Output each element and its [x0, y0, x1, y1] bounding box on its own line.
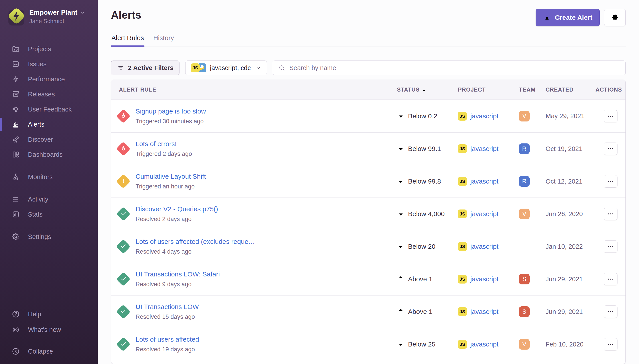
ellipsis-icon — [607, 340, 614, 348]
row-actions-button[interactable] — [604, 208, 617, 220]
sidebar-item-projects[interactable]: Projects — [0, 42, 98, 56]
column-header-project[interactable]: Project — [458, 86, 519, 93]
sidebar-item-collapse[interactable]: Collapse — [0, 344, 98, 359]
project-cell: JS javascript — [458, 307, 519, 316]
search-input[interactable] — [289, 64, 620, 72]
alert-rule-note: Resolved 9 days ago — [136, 281, 390, 288]
row-actions-button[interactable] — [604, 306, 617, 318]
row-actions-button[interactable] — [604, 110, 617, 122]
table-row: Lots of users affected (excludes reque… … — [111, 230, 625, 263]
project-link[interactable]: javascript — [470, 308, 499, 316]
alert-rule-link[interactable]: Lots of users affected — [136, 336, 199, 343]
table-body: Signup page is too slow Triggered 30 min… — [111, 100, 625, 360]
chevron-down-icon — [80, 10, 85, 15]
alert-rule-link[interactable]: UI Transactions LOW: Safari — [136, 270, 220, 278]
alert-rule-cell: Lots of errors! Triggered 2 days ago — [136, 140, 397, 158]
team-badge[interactable]: V — [519, 208, 530, 219]
team-badge[interactable]: V — [519, 339, 530, 350]
alert-rule-link[interactable]: Signup page is too slow — [136, 108, 206, 115]
column-header-team[interactable]: Team — [519, 86, 546, 93]
status-text: Above 1 — [408, 308, 432, 316]
header-actions: Create Alert — [536, 9, 626, 26]
alert-rule-link[interactable]: Lots of errors! — [136, 140, 177, 148]
row-actions-button[interactable] — [604, 273, 617, 285]
main-content: Alerts Create Alert Alert RulesHistory 2… — [98, 0, 639, 364]
row-actions-button[interactable] — [604, 142, 617, 155]
project-link[interactable]: javascript — [470, 340, 499, 348]
table-row: Lots of users affected Resolved 19 days … — [111, 328, 625, 360]
sidebar-item-performance[interactable]: Performance — [0, 72, 98, 87]
project-link[interactable]: javascript — [470, 112, 499, 120]
team-badge[interactable]: V — [519, 111, 530, 122]
project-cell: JS javascript — [458, 210, 519, 218]
alert-rule-link[interactable]: Lots of users affected (excludes reque… — [136, 238, 255, 246]
alert-rule-cell: Lots of users affected (excludes reque… … — [136, 238, 397, 255]
org-switcher[interactable]: Empower Plant Jane Schmidt — [0, 0, 98, 24]
sidebar-item-label: Help — [28, 310, 41, 318]
project-link[interactable]: javascript — [470, 178, 499, 185]
arrow-down-icon — [397, 112, 405, 120]
status-cell: Above 1 — [397, 275, 458, 284]
alert-rule-link[interactable]: UI Transactions LOW — [136, 303, 199, 310]
list-icon — [12, 195, 20, 204]
project-link[interactable]: javascript — [470, 145, 499, 152]
arrow-down-icon — [397, 177, 405, 186]
sidebar-item-activity[interactable]: Activity — [0, 192, 98, 207]
sidebar-item-label: What's new — [28, 326, 61, 334]
sidebar-item-discover[interactable]: Discover — [0, 132, 98, 147]
row-actions-button[interactable] — [604, 175, 617, 188]
sidebar-item-releases[interactable]: Releases — [0, 87, 98, 102]
sidebar-item-label: Performance — [28, 76, 65, 83]
project-link[interactable]: javascript — [470, 243, 499, 250]
tab-alert-rules[interactable]: Alert Rules — [111, 32, 144, 46]
status-text: Below 4,000 — [408, 210, 445, 218]
lightning-icon — [12, 75, 20, 83]
dashboard-icon — [12, 150, 20, 159]
ellipsis-icon — [607, 112, 614, 120]
sidebar-item-alerts[interactable]: Alerts — [0, 117, 98, 132]
sidebar-item-help[interactable]: Help — [0, 306, 98, 322]
check-icon — [120, 340, 127, 348]
sidebar-item-label: Projects — [28, 46, 51, 53]
alert-rule-link[interactable]: Cumulative Layout Shift — [136, 173, 206, 180]
alert-rule-note: Triggered 2 days ago — [136, 150, 390, 158]
alerts-settings-button[interactable] — [604, 9, 626, 26]
tab-history[interactable]: History — [153, 32, 174, 46]
sidebar-item-dashboards[interactable]: Dashboards — [0, 147, 98, 162]
sidebar-item-monitors[interactable]: Monitors — [0, 169, 98, 184]
row-actions-button[interactable] — [604, 338, 617, 350]
project-filter-dropdown[interactable]: JS javascript, cdc — [185, 60, 267, 75]
team-badge[interactable]: S — [519, 306, 530, 317]
column-header-created[interactable]: Created — [546, 86, 595, 93]
severity-diamond-icon — [116, 142, 130, 156]
created-cell: May 29, 2021 — [546, 112, 595, 120]
team-badge[interactable]: S — [519, 274, 530, 284]
sidebar-item-user-feedback[interactable]: User Feedback — [0, 102, 98, 117]
created-cell: Oct 12, 2021 — [546, 178, 595, 185]
app-window: Empower Plant Jane Schmidt ProjectsIssue… — [0, 0, 639, 364]
archive-icon — [12, 90, 20, 98]
column-header-alert-rule[interactable]: Alert Rule — [111, 86, 397, 93]
row-actions-button[interactable] — [604, 240, 617, 253]
active-filters-button[interactable]: 2 Active Filters — [111, 60, 179, 75]
status-text: Below 0.2 — [408, 112, 437, 120]
team-badge[interactable]: R — [519, 176, 530, 187]
project-link[interactable]: javascript — [470, 275, 499, 283]
arrow-up-icon — [397, 275, 405, 284]
project-cell: JS javascript — [458, 340, 519, 349]
sidebar-item-stats[interactable]: Stats — [0, 207, 98, 222]
alert-rule-cell: UI Transactions LOW Resolved 15 days ago — [136, 303, 397, 320]
create-alert-button[interactable]: Create Alert — [536, 9, 600, 26]
column-header-status[interactable]: Status — [397, 86, 458, 93]
sidebar-item-issues[interactable]: Issues — [0, 56, 98, 72]
sidebar-item-what-s-new[interactable]: What's new — [0, 322, 98, 338]
team-badge[interactable]: R — [519, 144, 530, 154]
sidebar-item-settings[interactable]: Settings — [0, 229, 98, 244]
alert-rule-link[interactable]: Discover V2 - Queries p75() — [136, 205, 218, 213]
project-link[interactable]: javascript — [470, 210, 499, 218]
actions-cell — [595, 273, 625, 285]
alert-rule-note: Resolved 19 days ago — [136, 346, 390, 353]
sidebar-item-label: Issues — [28, 60, 47, 68]
project-cell: JS javascript — [458, 177, 519, 186]
table-row: Signup page is too slow Triggered 30 min… — [111, 100, 625, 132]
